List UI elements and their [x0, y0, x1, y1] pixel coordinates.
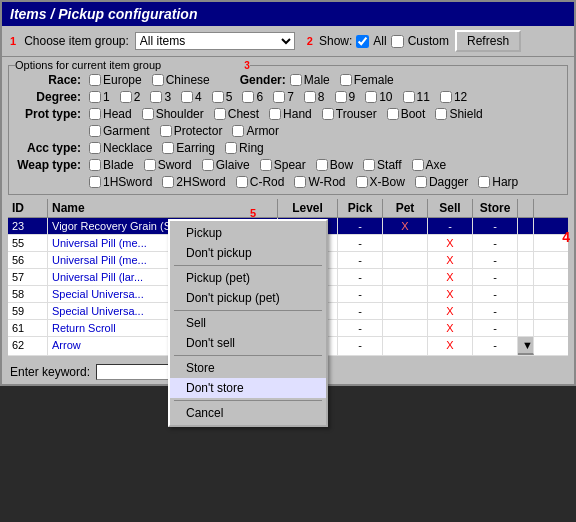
prot-head-cb[interactable] [89, 108, 101, 120]
ctx-pickup-pet[interactable]: Pickup (pet) [170, 268, 326, 288]
deg-3-cb[interactable] [150, 91, 162, 103]
race-europe-checkbox[interactable] [89, 74, 101, 86]
row-pick: - [338, 269, 383, 285]
prot-chest-cb[interactable] [214, 108, 226, 120]
row-store: - [473, 269, 518, 285]
deg-12: 12 [440, 90, 467, 104]
acc-earring-cb[interactable] [162, 142, 174, 154]
ctx-store[interactable]: Store [170, 358, 326, 378]
row-pick: - [338, 337, 383, 355]
row-store: - [473, 337, 518, 355]
table-header: ID Name Level Pick Pet Sell Store [8, 199, 568, 218]
gender-female-checkbox[interactable] [340, 74, 352, 86]
deg-9-cb[interactable] [335, 91, 347, 103]
weap-dagger-cb[interactable] [415, 176, 427, 188]
prot-garment: Garment [89, 124, 150, 138]
deg-4-cb[interactable] [181, 91, 193, 103]
prot-hand-cb[interactable] [269, 108, 281, 120]
ctx-dont-store[interactable]: Don't store [170, 378, 326, 398]
prot-shield: Shield [435, 107, 482, 121]
weap-glaive-cb[interactable] [202, 159, 214, 171]
row-id: 56 [8, 252, 48, 268]
deg-10: 10 [365, 90, 392, 104]
row-scroll [518, 218, 534, 234]
row-pet [383, 286, 428, 302]
deg-2-cb[interactable] [120, 91, 132, 103]
race-label: Race: [15, 73, 85, 87]
degree-label: Degree: [15, 90, 85, 104]
deg-8-cb[interactable] [304, 91, 316, 103]
prot-garment-cb[interactable] [89, 125, 101, 137]
ctx-dont-pickup[interactable]: Don't pickup [170, 243, 326, 263]
weap-crod-cb[interactable] [236, 176, 248, 188]
weap-harp: Harp [478, 175, 518, 189]
weap-bow: Bow [316, 158, 353, 172]
ctx-pickup[interactable]: Pickup [170, 223, 326, 243]
gender-male-checkbox[interactable] [290, 74, 302, 86]
race-gender-row: Race: Europe Chinese Gender: Male Female [15, 73, 561, 87]
prot-shoulder-cb[interactable] [142, 108, 154, 120]
row-sell: X [428, 235, 473, 251]
row-sell: - [428, 218, 473, 234]
deg-5-cb[interactable] [212, 91, 224, 103]
degree-row: Degree: 1 2 3 4 5 6 7 8 9 10 11 12 [15, 90, 561, 104]
badge-3: 3 [244, 60, 250, 71]
prot-shield-cb[interactable] [435, 108, 447, 120]
weap-xbow-cb[interactable] [356, 176, 368, 188]
race-europe-label: Europe [103, 73, 142, 87]
weap-staff-cb[interactable] [363, 159, 375, 171]
weap-bow-cb[interactable] [316, 159, 328, 171]
options-fieldset: Options for current item group 3 Race: E… [8, 59, 568, 195]
deg-7-cb[interactable] [273, 91, 285, 103]
gender-female: Female [340, 73, 394, 87]
ctx-dont-sell[interactable]: Don't sell [170, 333, 326, 353]
acc-necklace-cb[interactable] [89, 142, 101, 154]
prot-armor-cb[interactable] [232, 125, 244, 137]
weap-wrod-cb[interactable] [294, 176, 306, 188]
refresh-button[interactable]: Refresh [455, 30, 521, 52]
weap-axe-cb[interactable] [412, 159, 424, 171]
ctx-dont-pickup-pet[interactable]: Don't pickup (pet) [170, 288, 326, 308]
acc-ring-cb[interactable] [225, 142, 237, 154]
top-controls: 1 Choose item group: All items 2 Show: A… [2, 26, 574, 57]
row-id: 62 [8, 337, 48, 355]
prot-protector-cb[interactable] [160, 125, 172, 137]
show-label: Show: [319, 34, 352, 48]
col-level: Level [278, 199, 338, 217]
weap-spear-cb[interactable] [260, 159, 272, 171]
race-chinese-checkbox[interactable] [152, 74, 164, 86]
weap-1hsword-cb[interactable] [89, 176, 101, 188]
weap-harp-cb[interactable] [478, 176, 490, 188]
show-custom-checkbox[interactable] [391, 35, 404, 48]
item-group-select[interactable]: All items [135, 32, 295, 50]
ctx-sell[interactable]: Sell [170, 313, 326, 333]
prot-chest: Chest [214, 107, 259, 121]
row-pick: - [338, 252, 383, 268]
gender-male-label: Male [304, 73, 330, 87]
row-sell: X [428, 286, 473, 302]
weap-2hsword-cb[interactable] [162, 176, 174, 188]
row-pick: - [338, 320, 383, 336]
deg-6-cb[interactable] [242, 91, 254, 103]
deg-11-cb[interactable] [403, 91, 415, 103]
row-pet [383, 269, 428, 285]
show-all-checkbox[interactable] [356, 35, 369, 48]
show-all-label: All [373, 34, 386, 48]
row-pet [383, 235, 428, 251]
row-sell: X [428, 269, 473, 285]
ctx-cancel[interactable]: Cancel [170, 403, 326, 423]
row-pick: - [338, 286, 383, 302]
weap-sword-cb[interactable] [144, 159, 156, 171]
weap-type-row: Weap type: Blade Sword Glaive Spear Bow … [15, 158, 561, 172]
row-store: - [473, 218, 518, 234]
deg-1-cb[interactable] [89, 91, 101, 103]
prot-boot-cb[interactable] [387, 108, 399, 120]
deg-10-cb[interactable] [365, 91, 377, 103]
row-id: 58 [8, 286, 48, 302]
row-scroll [518, 320, 534, 336]
prot-trouser-cb[interactable] [322, 108, 334, 120]
deg-9: 9 [335, 90, 356, 104]
acc-earring: Earring [162, 141, 215, 155]
deg-12-cb[interactable] [440, 91, 452, 103]
weap-blade-cb[interactable] [89, 159, 101, 171]
